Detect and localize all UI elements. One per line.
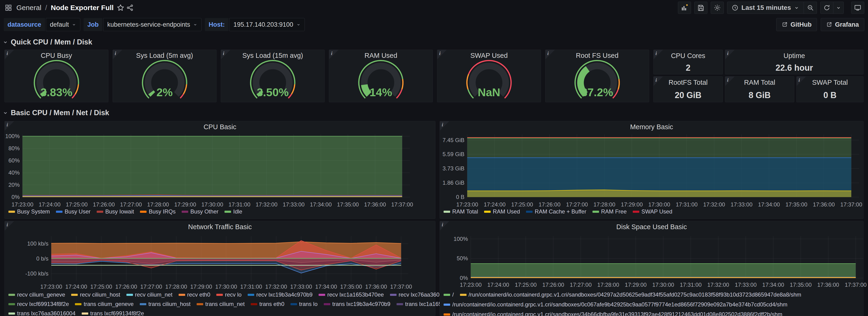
x-tick-label: 17:31:00 bbox=[680, 282, 702, 288]
gauge-value: 2% bbox=[156, 86, 173, 99]
x-tick-label: 17:28:00 bbox=[593, 201, 615, 208]
x-tick-label: 17:37:00 bbox=[391, 201, 413, 208]
legend-item[interactable]: recv lxc1a1653b470ee bbox=[319, 291, 384, 298]
legend-item[interactable]: RAM Total bbox=[443, 208, 478, 215]
refresh-controls bbox=[820, 2, 844, 14]
dashboards-grid-icon[interactable] bbox=[4, 3, 13, 12]
legend-item[interactable]: Busy Other bbox=[182, 208, 218, 215]
variable-host-value[interactable]: 195.17.140.203:9100 bbox=[229, 18, 305, 31]
legend-item[interactable]: Busy IRQs bbox=[140, 208, 176, 215]
y-tick-label: 5.59 GiB bbox=[440, 151, 464, 158]
variable-job-label[interactable]: Job bbox=[84, 18, 102, 31]
section-basic-cpu-mem-net-disk[interactable]: Basic CPU / Mem / Net / Disk bbox=[2, 108, 109, 118]
panel-title[interactable]: SWAP Total bbox=[797, 78, 863, 86]
star-icon[interactable] bbox=[116, 3, 125, 12]
legend-item[interactable]: trans cilium_host bbox=[140, 301, 190, 307]
legend-item[interactable]: Idle bbox=[224, 208, 242, 215]
add-panel-button[interactable] bbox=[678, 2, 691, 14]
y-tick-label: 100 kb/s bbox=[5, 241, 49, 247]
gauge-row: i CPU Busy 3.83% i Sys Load (5m avg) 2% … bbox=[4, 50, 649, 102]
legend-swatch bbox=[8, 294, 15, 296]
legend-item[interactable]: trans eth0 bbox=[251, 301, 284, 307]
submenu-bar: datasource default Job kubernetes-servic… bbox=[0, 18, 868, 31]
panel-title[interactable]: Uptime bbox=[725, 52, 863, 60]
legend-item[interactable]: trans cilium_net bbox=[197, 301, 245, 307]
legend-label: Busy Iowait bbox=[105, 208, 134, 215]
grafana-link-button[interactable]: Grafana bbox=[821, 18, 864, 31]
legend-item[interactable]: Busy System bbox=[8, 208, 50, 215]
cpu-basic-chart: 0%20%40%60%80%100%17:23:0017:24:0017:25:… bbox=[5, 121, 435, 219]
legend-item[interactable]: recv eth0 bbox=[179, 291, 211, 298]
legend-item[interactable]: Busy Iowait bbox=[97, 208, 134, 215]
panel-ram-used: i RAM Used 14% bbox=[329, 50, 433, 102]
legend-item[interactable]: trans lo bbox=[290, 301, 318, 307]
legend-item[interactable]: recv lxc19b3a4c970b9 bbox=[248, 291, 312, 298]
legend-label: /run/containerd/io.containerd.grpc.v1.cr… bbox=[469, 291, 801, 298]
legend-swatch bbox=[56, 211, 62, 213]
panel-swap-total: i SWAP Total 0 B bbox=[796, 76, 864, 102]
variable-job-value[interactable]: kubernetes-service-endpoints bbox=[103, 18, 202, 31]
legend-swatch bbox=[126, 294, 133, 296]
legend-item[interactable]: /run/containerd/io.containerd.grpc.v1.cr… bbox=[460, 291, 801, 298]
x-tick-label: 17:25:00 bbox=[515, 282, 536, 288]
x-tick-label: 17:27:00 bbox=[570, 282, 592, 288]
legend-label: trans lxc19b3a4c970b9 bbox=[332, 301, 391, 307]
legend-item[interactable]: recv cilium_geneve bbox=[8, 291, 65, 298]
y-tick-label: 60% bbox=[5, 157, 20, 164]
legend-item[interactable]: RAM Cache + Buffer bbox=[526, 208, 586, 215]
refresh-button[interactable] bbox=[820, 2, 833, 14]
gauge: NaN bbox=[437, 60, 541, 102]
legend-swatch bbox=[140, 211, 147, 213]
section-quick-cpu-mem-disk[interactable]: Quick CPU / Mem / Disk bbox=[2, 37, 92, 47]
variable-job: Job kubernetes-service-endpoints bbox=[84, 18, 202, 31]
dashboard-settings-button[interactable] bbox=[711, 2, 724, 14]
x-tick-label: 17:36:00 bbox=[813, 201, 835, 208]
legend-item[interactable]: /run/containerd/io.containerd.grpc.v1.cr… bbox=[443, 311, 782, 316]
dashboard-toolbar: Last 15 minutes bbox=[678, 2, 864, 14]
legend-item[interactable]: / bbox=[443, 291, 454, 298]
dashboard-title[interactable]: Node Exporter Full bbox=[51, 4, 114, 12]
x-tick-label: 17:32:00 bbox=[703, 201, 725, 208]
x-tick-label: 17:27:00 bbox=[120, 201, 142, 208]
y-tick-label: 3.73 GiB bbox=[440, 165, 464, 172]
variable-datasource-value[interactable]: default bbox=[46, 18, 80, 31]
x-tick-label: 17:26:00 bbox=[539, 201, 560, 208]
breadcrumb-folder[interactable]: General bbox=[17, 4, 41, 12]
legend-item[interactable]: /run/containerd/io.containerd.grpc.v1.cr… bbox=[443, 301, 787, 308]
variable-datasource-label[interactable]: datasource bbox=[4, 18, 45, 31]
legend-item[interactable]: trans lxcf699134f8f2e bbox=[82, 310, 144, 316]
legend-label: recv cilium_net bbox=[135, 291, 173, 298]
time-range-picker[interactable]: Last 15 minutes bbox=[727, 2, 804, 14]
kiosk-mode-button[interactable] bbox=[851, 2, 864, 14]
legend-item[interactable]: Busy User bbox=[56, 208, 91, 215]
save-dashboard-button[interactable] bbox=[694, 2, 707, 14]
panel-network-traffic-basic: i Network Traffic Basic -100 kb/s0 b/s10… bbox=[4, 221, 435, 316]
y-tick-label: 0 B bbox=[440, 194, 464, 200]
legend-item[interactable]: trans cilium_geneve bbox=[75, 301, 133, 307]
legend-item[interactable]: SWAP Used bbox=[633, 208, 672, 215]
x-tick-label: 17:36:00 bbox=[817, 282, 839, 288]
panel-title[interactable]: RAM Total bbox=[725, 78, 794, 86]
share-icon[interactable] bbox=[125, 3, 134, 12]
legend-item[interactable]: recv cilium_net bbox=[126, 291, 173, 298]
panel-title[interactable]: RootFS Total bbox=[654, 78, 723, 86]
refresh-interval-dropdown[interactable] bbox=[833, 2, 844, 14]
legend-item[interactable]: recv lxcf699134f8f2e bbox=[8, 301, 69, 307]
legend-item[interactable]: RAM Used bbox=[484, 208, 520, 215]
zoom-out-time-button[interactable] bbox=[804, 2, 817, 14]
panel-title[interactable]: CPU Cores bbox=[654, 52, 723, 60]
github-link-button[interactable]: GitHub bbox=[776, 18, 817, 31]
legend-item[interactable]: trans lxc19b3a4c970b9 bbox=[324, 301, 391, 307]
variable-host-label[interactable]: Host: bbox=[205, 18, 228, 31]
x-tick-label: 17:34:00 bbox=[758, 201, 780, 208]
x-tick-label: 17:36:00 bbox=[365, 283, 387, 290]
gauge-value: 14% bbox=[370, 86, 392, 99]
stat-value: 0 B bbox=[797, 90, 863, 100]
gauge: 3.50% bbox=[221, 60, 324, 102]
legend-item[interactable]: recv lo bbox=[216, 291, 242, 298]
legend-item[interactable]: RAM Free bbox=[592, 208, 627, 215]
x-tick-label: 17:29:00 bbox=[174, 201, 196, 208]
legend-item[interactable]: recv cilium_host bbox=[71, 291, 120, 298]
legend-swatch bbox=[443, 313, 450, 316]
legend-item[interactable]: trans lxc76aa36016004 bbox=[8, 310, 75, 316]
